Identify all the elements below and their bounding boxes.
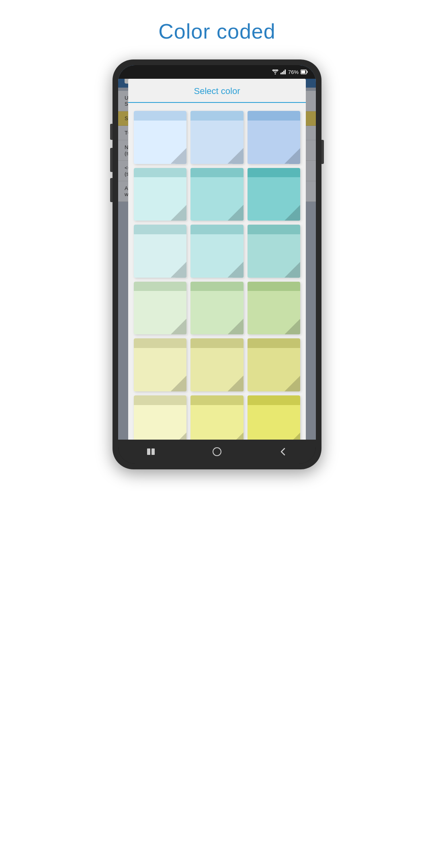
- color-swatch-1-0[interactable]: [134, 168, 187, 221]
- color-swatch-1-1[interactable]: [190, 168, 244, 221]
- note-fold: [175, 209, 186, 221]
- color-swatch-4-0[interactable]: [134, 338, 187, 391]
- note-fold: [232, 266, 244, 278]
- svg-rect-0: [280, 73, 282, 74]
- home-icon: [212, 447, 222, 457]
- back-icon: [280, 447, 286, 457]
- signal-icon: [280, 70, 286, 74]
- power-button: [321, 140, 324, 164]
- color-swatch-2-1[interactable]: [190, 225, 244, 278]
- note-fold: [289, 209, 300, 221]
- battery-text: 76%: [288, 69, 299, 75]
- note-fold: [289, 153, 300, 164]
- note-fold: [232, 323, 244, 334]
- note-fold: [289, 323, 300, 334]
- svg-rect-2: [283, 71, 285, 74]
- volume-down-button: [110, 178, 113, 202]
- recents-button[interactable]: [143, 444, 159, 460]
- phone-frame: 76% N Un...Si... Si... TO... No...(si...…: [113, 59, 321, 469]
- status-icons: 76%: [272, 69, 308, 75]
- wifi-icon: [272, 70, 278, 74]
- modal-divider: [128, 102, 306, 103]
- svg-rect-3: [285, 70, 286, 74]
- svg-rect-8: [151, 448, 155, 455]
- note-fold: [289, 380, 300, 391]
- modal-overlay: Select color: [118, 65, 316, 440]
- svg-rect-6: [301, 71, 305, 74]
- volume-up-button: [110, 148, 113, 172]
- note-fold: [289, 266, 300, 278]
- modal-header: Select color: [128, 79, 306, 103]
- note-fold: [175, 266, 186, 278]
- svg-rect-5: [307, 71, 308, 73]
- note-fold: [175, 153, 186, 164]
- color-swatch-4-1[interactable]: [190, 338, 244, 391]
- color-grid: [128, 108, 306, 455]
- battery-icon: [301, 70, 308, 74]
- color-select-modal: Select color: [128, 79, 306, 455]
- status-bar: 76%: [118, 65, 316, 79]
- color-swatch-2-0[interactable]: [134, 225, 187, 278]
- color-swatch-3-0[interactable]: [134, 282, 187, 335]
- nav-bar: [118, 440, 316, 464]
- page-title: Color coded: [158, 0, 275, 59]
- color-swatch-4-2[interactable]: [248, 338, 301, 391]
- recents-icon: [146, 448, 156, 456]
- modal-title: Select color: [128, 86, 306, 102]
- note-fold: [232, 380, 244, 391]
- phone-screen: 76% N Un...Si... Si... TO... No...(si...…: [118, 65, 316, 464]
- note-fold: [232, 153, 244, 164]
- svg-point-9: [213, 448, 221, 456]
- color-swatch-1-2[interactable]: [248, 168, 301, 221]
- color-swatch-0-1[interactable]: [190, 111, 244, 164]
- color-swatch-0-2[interactable]: [248, 111, 301, 164]
- note-fold: [232, 209, 244, 221]
- svg-rect-1: [282, 72, 283, 74]
- note-fold: [175, 323, 186, 334]
- color-swatch-3-2[interactable]: [248, 282, 301, 335]
- svg-rect-7: [147, 448, 150, 455]
- note-fold: [175, 380, 186, 391]
- back-button[interactable]: [275, 444, 291, 460]
- color-swatch-2-2[interactable]: [248, 225, 301, 278]
- color-swatch-0-0[interactable]: [134, 111, 187, 164]
- volume-silent-button: [110, 124, 113, 140]
- home-button[interactable]: [209, 444, 225, 460]
- color-swatch-3-1[interactable]: [190, 282, 244, 335]
